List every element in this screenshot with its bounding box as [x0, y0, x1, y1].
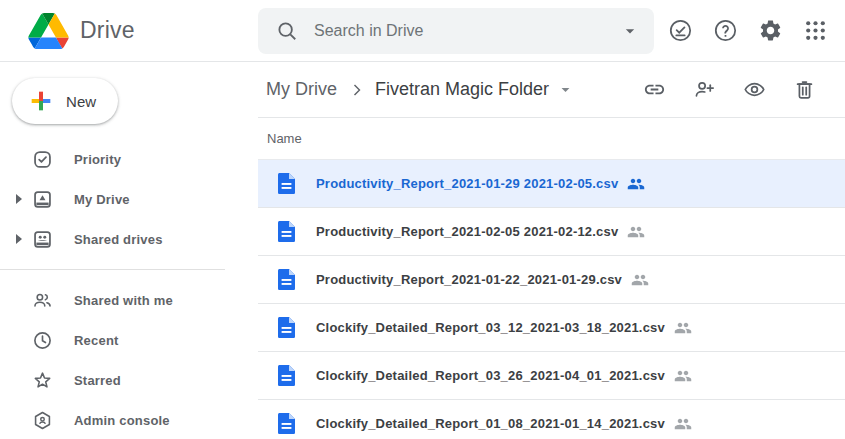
breadcrumb-my-drive[interactable]: My Drive	[266, 79, 337, 100]
help-icon	[713, 18, 738, 43]
sidebar-item-label: Shared drives	[74, 232, 163, 247]
file-row[interactable]: Productivity_Report_2021-01-29 2021-02-0…	[258, 160, 845, 208]
offline-ready-button[interactable]	[668, 18, 693, 43]
file-name: Productivity_Report_2021-01-29 2021-02-0…	[316, 176, 618, 191]
sidebar-item-label: My Drive	[74, 192, 130, 207]
offline-ready-icon	[668, 18, 693, 43]
expand-arrow-icon	[8, 415, 30, 425]
preview-button[interactable]	[743, 78, 766, 101]
file-row[interactable]: Clockify_Detailed_Report_03_26_2021-04_0…	[258, 352, 845, 400]
drive-logo-icon	[28, 13, 69, 49]
sidebar: New Priority	[0, 62, 258, 439]
csv-file-icon	[278, 269, 295, 290]
file-name: Clockify_Detailed_Report_03_12_2021-03_1…	[316, 320, 665, 335]
sidebar-item-shared-drives[interactable]: Shared drives	[0, 219, 258, 259]
file-row[interactable]: Clockify_Detailed_Report_01_08_2021-01_1…	[258, 400, 845, 439]
file-name: Productivity_Report_2021-02-05 2021-02-1…	[316, 224, 618, 239]
expand-arrow-icon	[8, 154, 30, 164]
shared-drives-icon	[32, 229, 53, 250]
shared-people-icon	[627, 175, 645, 193]
sidebar-divider	[0, 269, 225, 270]
delete-button[interactable]	[793, 78, 816, 101]
file-name: Productivity_Report_2021-01-22_2021-01-2…	[316, 272, 622, 287]
breadcrumb-current-folder[interactable]: Fivetran Magic Folder	[375, 79, 549, 100]
file-row[interactable]: Productivity_Report_2021-02-05 2021-02-1…	[258, 208, 845, 256]
file-row[interactable]: Productivity_Report_2021-01-22_2021-01-2…	[258, 256, 845, 304]
sidebar-item-label: Admin console	[74, 413, 170, 428]
help-button[interactable]	[713, 18, 738, 43]
sidebar-item-starred[interactable]: Starred	[0, 360, 258, 400]
sidebar-item-label: Starred	[74, 373, 121, 388]
link-icon	[643, 78, 666, 101]
shared-with-me-icon	[32, 290, 53, 311]
search-icon[interactable]	[276, 20, 298, 42]
shared-people-icon	[631, 271, 649, 289]
sidebar-item-my-drive[interactable]: My Drive	[0, 179, 258, 219]
new-button[interactable]: New	[12, 78, 118, 124]
sidebar-item-label: Shared with me	[74, 293, 173, 308]
shared-people-icon	[674, 415, 692, 433]
sidebar-item-priority[interactable]: Priority	[0, 139, 258, 179]
header-actions	[668, 18, 828, 43]
sidebar-item-admin-console[interactable]: Admin console	[0, 400, 258, 439]
csv-file-icon	[278, 413, 295, 434]
file-row[interactable]: Clockify_Detailed_Report_03_12_2021-03_1…	[258, 304, 845, 352]
csv-file-icon	[278, 173, 295, 194]
expand-arrow-icon[interactable]	[8, 194, 30, 204]
admin-console-icon	[32, 410, 53, 431]
expand-arrow-icon	[8, 335, 30, 345]
app-header: Drive	[0, 0, 845, 62]
logo-area[interactable]: Drive	[0, 13, 258, 49]
eye-icon	[743, 78, 766, 101]
star-icon	[32, 370, 53, 391]
sidebar-item-label: Priority	[74, 152, 121, 167]
csv-file-icon	[278, 317, 295, 338]
column-header-name[interactable]: Name	[258, 118, 845, 160]
file-name: Clockify_Detailed_Report_03_26_2021-04_0…	[316, 368, 665, 383]
breadcrumb-chevron-icon	[347, 80, 367, 100]
expand-arrow-icon	[8, 375, 30, 385]
sidebar-item-recent[interactable]: Recent	[0, 320, 258, 360]
csv-file-icon	[278, 365, 295, 386]
sidebar-item-shared-with-me[interactable]: Shared with me	[0, 280, 258, 320]
shared-people-icon	[674, 367, 692, 385]
my-drive-icon	[32, 189, 53, 210]
breadcrumb: My Drive Fivetran Magic Folder	[258, 62, 845, 118]
folder-actions-caret-icon[interactable]	[556, 80, 575, 99]
clock-icon	[32, 330, 53, 351]
file-name: Clockify_Detailed_Report_01_08_2021-01_1…	[316, 416, 665, 431]
sidebar-nav: Priority My Drive	[0, 139, 258, 439]
sidebar-item-label: Recent	[74, 333, 119, 348]
expand-arrow-icon[interactable]	[8, 234, 30, 244]
settings-button[interactable]	[758, 18, 783, 43]
priority-icon	[32, 149, 53, 170]
google-apps-button[interactable]	[803, 18, 828, 43]
get-link-button[interactable]	[643, 78, 666, 101]
content-area: My Drive Fivetran Magic Folder	[258, 62, 845, 439]
csv-file-icon	[278, 221, 295, 242]
folder-toolbar	[643, 78, 816, 101]
app-title: Drive	[80, 17, 135, 44]
search-bar[interactable]	[258, 8, 654, 54]
multicolor-plus-icon	[29, 89, 53, 113]
apps-grid-icon	[803, 18, 828, 43]
new-button-label: New	[66, 93, 96, 110]
person-add-icon	[693, 78, 716, 101]
share-button[interactable]	[693, 78, 716, 101]
expand-arrow-icon	[8, 295, 30, 305]
search-options-caret-icon[interactable]	[620, 21, 640, 41]
shared-people-icon	[674, 319, 692, 337]
shared-people-icon	[627, 223, 645, 241]
trash-icon	[793, 78, 816, 101]
gear-icon	[758, 18, 783, 43]
search-input[interactable]	[314, 22, 620, 40]
